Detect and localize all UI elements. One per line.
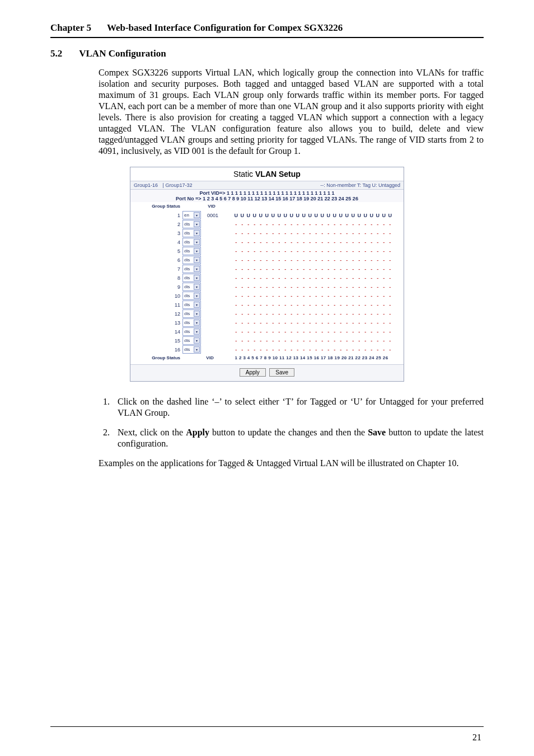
port-cell[interactable]: -: [331, 266, 338, 272]
port-cell[interactable]: -: [282, 266, 288, 272]
port-cell[interactable]: -: [368, 257, 374, 263]
port-cell[interactable]: -: [381, 284, 387, 290]
port-cell[interactable]: -: [257, 311, 264, 317]
port-cell[interactable]: -: [239, 257, 245, 263]
port-cell[interactable]: -: [233, 231, 239, 236]
port-cell[interactable]: -: [251, 302, 257, 308]
status-select[interactable]: en▾: [182, 211, 201, 219]
port-cell[interactable]: -: [374, 231, 381, 236]
port-cell[interactable]: -: [294, 257, 301, 263]
port-cell[interactable]: -: [270, 293, 276, 299]
port-cell[interactable]: -: [264, 240, 270, 245]
port-cell[interactable]: -: [276, 347, 282, 353]
port-cell[interactable]: -: [319, 266, 325, 272]
port-cell[interactable]: -: [368, 231, 374, 236]
port-cell[interactable]: U: [270, 213, 276, 218]
port-cell[interactable]: -: [257, 329, 264, 335]
port-cell[interactable]: -: [288, 257, 294, 263]
port-cell[interactable]: -: [239, 275, 245, 281]
port-cell[interactable]: -: [257, 302, 264, 308]
port-cell[interactable]: -: [264, 284, 270, 290]
port-cell[interactable]: -: [313, 338, 319, 344]
port-cell[interactable]: -: [245, 284, 251, 290]
port-cell[interactable]: -: [319, 284, 325, 290]
port-cell[interactable]: -: [331, 222, 338, 227]
port-cell[interactable]: -: [251, 329, 257, 335]
port-cell[interactable]: -: [288, 266, 294, 272]
port-cell[interactable]: -: [319, 248, 325, 254]
port-cell[interactable]: -: [239, 329, 245, 335]
port-cell[interactable]: -: [350, 347, 356, 353]
port-cell[interactable]: -: [294, 284, 301, 290]
port-cell[interactable]: U: [374, 213, 381, 218]
port-cell[interactable]: -: [233, 347, 239, 353]
port-cell[interactable]: -: [294, 231, 301, 236]
port-cell[interactable]: -: [307, 347, 313, 353]
port-cell[interactable]: -: [350, 257, 356, 263]
port-cell[interactable]: -: [356, 284, 362, 290]
port-cell[interactable]: -: [374, 329, 381, 335]
port-cell[interactable]: -: [264, 347, 270, 353]
port-cell[interactable]: U: [307, 213, 313, 218]
port-cell[interactable]: -: [362, 320, 368, 326]
port-cell[interactable]: -: [264, 293, 270, 299]
port-cell[interactable]: -: [233, 338, 239, 344]
port-cell[interactable]: -: [313, 284, 319, 290]
port-cell[interactable]: -: [313, 240, 319, 245]
port-cell[interactable]: U: [368, 213, 374, 218]
status-select[interactable]: dis▾: [182, 283, 201, 291]
port-cell[interactable]: -: [276, 222, 282, 227]
port-cell[interactable]: -: [368, 311, 374, 317]
port-cell[interactable]: -: [257, 293, 264, 299]
port-cell[interactable]: -: [257, 275, 264, 281]
port-cell[interactable]: -: [282, 347, 288, 353]
port-cell[interactable]: -: [264, 320, 270, 326]
port-cell[interactable]: -: [251, 311, 257, 317]
port-cell[interactable]: -: [294, 248, 301, 254]
port-cell[interactable]: U: [288, 213, 294, 218]
port-cell[interactable]: U: [381, 213, 387, 218]
port-cell[interactable]: -: [251, 222, 257, 227]
port-cell[interactable]: -: [251, 284, 257, 290]
port-cell[interactable]: -: [368, 266, 374, 272]
port-cell[interactable]: -: [344, 284, 350, 290]
port-cell[interactable]: -: [362, 293, 368, 299]
status-select[interactable]: dis▾: [182, 238, 201, 246]
port-cell[interactable]: -: [233, 320, 239, 326]
port-cell[interactable]: -: [319, 338, 325, 344]
port-cell[interactable]: -: [251, 338, 257, 344]
port-cell[interactable]: -: [276, 302, 282, 308]
port-cell[interactable]: -: [233, 240, 239, 245]
port-cell[interactable]: -: [245, 338, 251, 344]
port-cell[interactable]: -: [270, 266, 276, 272]
status-select[interactable]: dis▾: [182, 292, 201, 300]
port-cell[interactable]: -: [338, 320, 344, 326]
port-cell[interactable]: -: [338, 293, 344, 299]
port-cell[interactable]: -: [344, 311, 350, 317]
tab-group17-32[interactable]: Group17-32: [165, 182, 192, 188]
port-cell[interactable]: -: [307, 248, 313, 254]
port-cell[interactable]: -: [374, 248, 381, 254]
port-cell[interactable]: -: [368, 275, 374, 281]
port-cell[interactable]: -: [257, 231, 264, 236]
port-cell[interactable]: -: [301, 329, 307, 335]
port-cell[interactable]: -: [233, 329, 239, 335]
port-cell[interactable]: -: [233, 222, 239, 227]
port-cell[interactable]: -: [374, 284, 381, 290]
port-cell[interactable]: -: [288, 302, 294, 308]
port-cell[interactable]: -: [251, 275, 257, 281]
port-cell[interactable]: -: [331, 231, 338, 236]
port-cell[interactable]: -: [264, 302, 270, 308]
port-cell[interactable]: -: [319, 293, 325, 299]
port-cell[interactable]: -: [368, 329, 374, 335]
port-cell[interactable]: -: [356, 338, 362, 344]
port-cell[interactable]: -: [288, 222, 294, 227]
port-cell[interactable]: -: [251, 347, 257, 353]
port-cell[interactable]: U: [350, 213, 356, 218]
port-cell[interactable]: -: [239, 338, 245, 344]
port-cell[interactable]: -: [325, 311, 331, 317]
port-cell[interactable]: -: [307, 329, 313, 335]
port-cell[interactable]: -: [294, 311, 301, 317]
port-cell[interactable]: -: [313, 320, 319, 326]
port-cell[interactable]: -: [245, 222, 251, 227]
